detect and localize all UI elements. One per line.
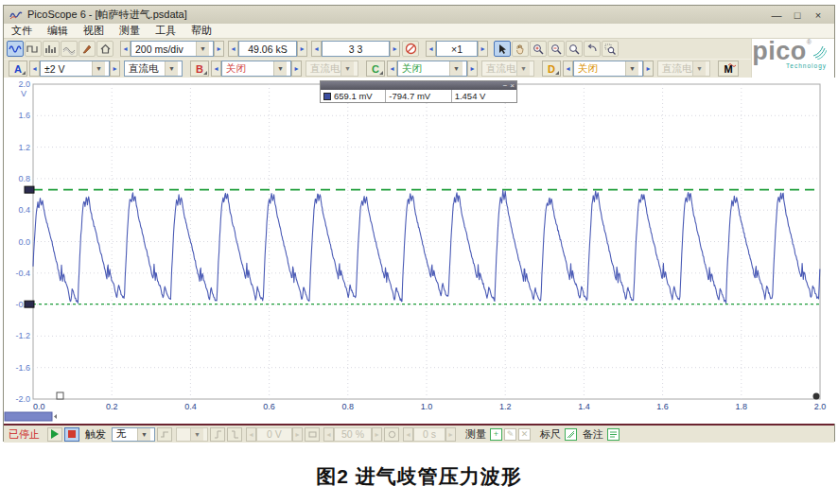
menu-tools[interactable]: 工具 bbox=[155, 24, 176, 38]
buffer-overview-icon[interactable] bbox=[402, 41, 419, 57]
zoom-factor-control: ◂ ×1 ▸ bbox=[426, 41, 488, 57]
svg-text:-1.2: -1.2 bbox=[15, 331, 30, 340]
delay-icon[interactable] bbox=[384, 427, 399, 442]
pretrigger-icon[interactable] bbox=[305, 427, 320, 442]
trigger-mode-select[interactable]: 无▼ bbox=[112, 427, 155, 442]
channel-d-button[interactable]: D bbox=[542, 61, 561, 77]
pretrigger-up-icon[interactable]: ▸ bbox=[372, 427, 382, 442]
channel-d-range-up-icon[interactable]: ▸ bbox=[643, 61, 654, 77]
picoscope-window: PicoScope 6 - [帕萨特进气.psdata] — □ × 文件 编辑… bbox=[3, 5, 835, 442]
logo-text: pico bbox=[752, 39, 807, 64]
add-measurement-icon[interactable]: + bbox=[490, 428, 502, 441]
svg-text:1.8: 1.8 bbox=[736, 402, 748, 411]
menu-edit[interactable]: 编辑 bbox=[47, 24, 68, 38]
zoom-out-icon[interactable] bbox=[548, 41, 565, 57]
zoom-full-icon[interactable] bbox=[566, 41, 583, 57]
square-wave-view-icon[interactable] bbox=[25, 41, 42, 57]
zoom-factor-down-icon[interactable]: ◂ bbox=[426, 41, 436, 57]
stop-button[interactable] bbox=[64, 427, 79, 442]
spectrum-view-icon[interactable] bbox=[43, 41, 60, 57]
home-icon[interactable] bbox=[96, 41, 113, 57]
channel-a-coupling-value: 直流电 bbox=[129, 62, 159, 76]
channel-b-range-select[interactable]: 关闭▼ bbox=[221, 61, 291, 77]
zoom-factor-input[interactable]: ×1 bbox=[436, 41, 478, 57]
delete-measurement-icon[interactable]: ✕ bbox=[518, 428, 531, 441]
channel-b-range-up-icon[interactable]: ▸ bbox=[291, 61, 302, 77]
channel-b-coupling-select[interactable]: 直流电▼ bbox=[306, 61, 358, 77]
delay-down-icon[interactable]: ◂ bbox=[403, 427, 413, 442]
trigger-level-value: 0 V bbox=[267, 428, 282, 440]
timebase-select[interactable]: 200 ms/div▼ bbox=[131, 41, 214, 57]
trigger-source-select[interactable]: ▼ bbox=[176, 427, 208, 442]
channel-c-range-up-icon[interactable]: ▸ bbox=[467, 61, 478, 77]
channel-c-coupling-select[interactable]: 直流电▼ bbox=[481, 61, 534, 77]
channel-c-range-down-icon[interactable]: ◂ bbox=[387, 61, 397, 77]
advanced-trigger-icon[interactable] bbox=[157, 427, 172, 442]
title-bar: PicoScope 6 - [帕萨特进气.psdata] — □ × bbox=[4, 6, 834, 24]
undo-zoom-icon[interactable] bbox=[584, 41, 601, 57]
minimize-button[interactable]: — bbox=[766, 9, 787, 21]
buffer-input[interactable]: 3 3 bbox=[322, 41, 390, 57]
delay-up-icon[interactable]: ▸ bbox=[445, 427, 456, 442]
samples-input[interactable]: 49.06 kS bbox=[238, 41, 297, 57]
close-button[interactable]: × bbox=[808, 9, 829, 21]
rising-edge-icon[interactable] bbox=[210, 427, 225, 442]
channel-d-range-down-icon[interactable]: ◂ bbox=[563, 61, 573, 77]
svg-text:0.8: 0.8 bbox=[342, 402, 355, 411]
channel-c-button[interactable]: C bbox=[366, 61, 385, 77]
samples-down-icon[interactable]: ◂ bbox=[228, 41, 238, 57]
marquee-zoom-icon[interactable] bbox=[602, 41, 619, 57]
channel-d-coupling-select[interactable]: 直流电▼ bbox=[657, 61, 710, 77]
hand-icon[interactable] bbox=[512, 41, 529, 57]
timebase-prev-icon[interactable]: ◂ bbox=[120, 41, 131, 57]
channel-b-button[interactable]: B bbox=[190, 61, 209, 77]
channel-c-range-select[interactable]: 关闭▼ bbox=[397, 61, 467, 77]
maximize-button[interactable]: □ bbox=[787, 9, 808, 21]
legend-close-icon[interactable]: × bbox=[510, 82, 515, 90]
level-down-icon[interactable]: ◂ bbox=[246, 427, 256, 442]
menu-view[interactable]: 视图 bbox=[83, 24, 104, 38]
scope-view-icon[interactable] bbox=[7, 41, 24, 57]
pretrigger-down-icon[interactable]: ◂ bbox=[323, 427, 334, 442]
buffer-prev-icon[interactable]: ◂ bbox=[311, 41, 322, 57]
channel-a-coupling-select[interactable]: 直流电▼ bbox=[124, 61, 183, 77]
svg-text:0.6: 0.6 bbox=[263, 402, 275, 411]
legend-minimize-icon[interactable]: − bbox=[503, 82, 508, 90]
play-icon bbox=[51, 429, 59, 439]
waveform-plot[interactable]: 2.01.61.20.80.40.0-0.4-0.8-1.2-1.6-2.0V0… bbox=[4, 78, 836, 424]
zoom-in-icon[interactable] bbox=[530, 41, 547, 57]
ruler-legend-header[interactable]: − × bbox=[321, 81, 516, 90]
channel-a-range-down-icon[interactable]: ◂ bbox=[29, 61, 40, 77]
pretrigger-input[interactable]: 50 % bbox=[334, 427, 372, 442]
channel-d-label: D bbox=[548, 63, 555, 75]
falling-edge-icon[interactable] bbox=[227, 427, 242, 442]
menu-file[interactable]: 文件 bbox=[11, 24, 32, 38]
svg-text:V: V bbox=[21, 89, 26, 98]
channel-a-button[interactable]: A bbox=[9, 61, 27, 77]
ruler-legend[interactable]: − × 659.1 mV -794.7 mV 1.454 V bbox=[320, 80, 517, 103]
channel-a-range-up-icon[interactable]: ▸ bbox=[110, 61, 120, 77]
menu-help[interactable]: 帮助 bbox=[191, 24, 212, 38]
channel-d-range-select[interactable]: 关闭▼ bbox=[573, 61, 643, 77]
rulers-icon[interactable] bbox=[565, 428, 577, 441]
run-button[interactable] bbox=[47, 427, 62, 442]
math-channel-button[interactable]: M bbox=[718, 61, 739, 77]
samples-up-icon[interactable]: ▸ bbox=[297, 41, 307, 57]
edit-measurement-icon[interactable]: ✎ bbox=[504, 428, 516, 441]
buffer-next-icon[interactable]: ▸ bbox=[390, 41, 400, 57]
channel-a-range-select[interactable]: ±2 V▼ bbox=[40, 61, 110, 77]
notes-icon[interactable] bbox=[607, 428, 620, 441]
trigger-level-input[interactable]: 0 V bbox=[256, 427, 292, 442]
probe-pencil-icon[interactable] bbox=[79, 41, 96, 57]
channel-b-range-down-icon[interactable]: ◂ bbox=[211, 61, 221, 77]
menu-measure[interactable]: 测量 bbox=[119, 24, 140, 38]
channel-c-label: C bbox=[372, 63, 379, 75]
trigger-delay-control: ◂ 0 s ▸ bbox=[403, 426, 456, 443]
trigger-delay-input[interactable]: 0 s bbox=[413, 427, 445, 442]
logo-waves-icon bbox=[812, 43, 827, 60]
level-up-icon[interactable]: ▸ bbox=[292, 427, 303, 442]
timebase-next-icon[interactable]: ▸ bbox=[214, 41, 224, 57]
pointer-icon[interactable] bbox=[494, 41, 511, 57]
persistence-view-icon[interactable] bbox=[61, 41, 78, 57]
zoom-factor-up-icon[interactable]: ▸ bbox=[478, 41, 488, 57]
